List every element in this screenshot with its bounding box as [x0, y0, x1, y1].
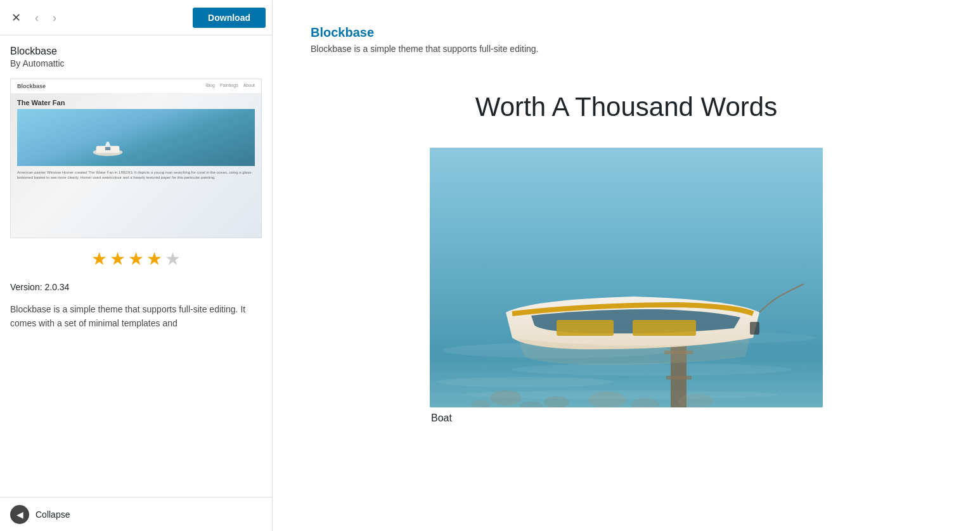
svg-rect-17	[750, 322, 759, 335]
star-3: ★	[128, 248, 144, 269]
svg-point-23	[678, 394, 714, 407]
sidebar-content: Blockbase By Automattic Blockbase Blog P…	[0, 35, 272, 497]
close-button[interactable]: ✕	[6, 10, 26, 26]
preview-boat-icon	[89, 141, 127, 157]
toolbar: ✕ ‹ › Download	[0, 0, 272, 35]
preview-image: Blockbase Blog Paintings About The Water…	[11, 79, 261, 238]
left-panel: ✕ ‹ › Download Blockbase By Automattic B…	[0, 0, 273, 531]
content-heading: Worth A Thousand Words	[311, 92, 942, 122]
preview-hero-image	[17, 109, 255, 166]
svg-marker-2	[105, 142, 110, 146]
svg-rect-15	[557, 320, 614, 336]
boat-image	[430, 148, 823, 407]
theme-author: By Automattic	[10, 58, 262, 68]
preview-site-name: Blockbase	[17, 83, 46, 89]
detail-title: Blockbase	[311, 25, 942, 40]
boat-scene-svg	[430, 148, 823, 407]
svg-point-6	[512, 363, 791, 376]
svg-point-18	[490, 390, 522, 406]
detail-description: Blockbase is a simple theme that support…	[311, 44, 942, 54]
preview-header: Blockbase Blog Paintings About	[11, 79, 261, 94]
forward-button[interactable]: ›	[48, 10, 61, 26]
star-5-empty: ★	[165, 248, 181, 269]
svg-rect-16	[633, 320, 696, 336]
rating-stars: ★ ★ ★ ★ ★	[10, 248, 262, 269]
version-info: Version: 2.0.34	[10, 282, 262, 292]
svg-point-20	[588, 392, 626, 407]
collapse-bar[interactable]: ◀ Collapse	[0, 497, 272, 531]
boat-image-container: Boat	[430, 148, 823, 424]
svg-rect-3	[105, 147, 110, 150]
star-2: ★	[110, 248, 126, 269]
theme-description: Blockbase is a simple theme that support…	[10, 302, 262, 331]
star-4: ★	[146, 248, 162, 269]
star-1: ★	[91, 248, 107, 269]
right-panel: Blockbase Blockbase is a simple theme th…	[273, 0, 980, 531]
download-button[interactable]: Download	[193, 8, 266, 28]
theme-name: Blockbase	[10, 46, 262, 57]
preview-body-text: American painter Winslow Homer created T…	[11, 166, 261, 184]
preview-nav: Blog Paintings About	[206, 83, 255, 89]
preview-hero-title: The Water Fan	[11, 94, 261, 109]
image-caption: Boat	[430, 413, 823, 424]
theme-preview-thumbnail[interactable]: Blockbase Blog Paintings About The Water…	[10, 79, 262, 238]
back-button[interactable]: ‹	[30, 10, 44, 26]
collapse-label: Collapse	[35, 509, 70, 520]
collapse-arrow-icon: ◀	[10, 505, 29, 524]
svg-rect-14	[666, 376, 692, 380]
svg-point-7	[436, 377, 614, 387]
